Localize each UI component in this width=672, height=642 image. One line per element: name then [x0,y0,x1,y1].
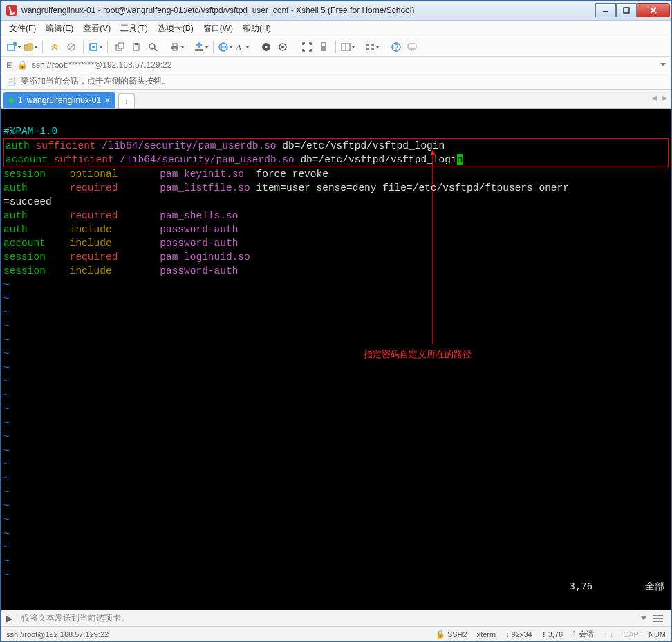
lock-small-icon: 🔒 [17,60,28,70]
menu-edit[interactable]: 编辑(E) [46,23,73,35]
svg-point-6 [92,46,95,48]
tile-icon[interactable] [364,39,380,55]
about-icon[interactable] [405,39,420,55]
fullscreen-icon[interactable] [299,39,315,55]
status-bar: ssh://root@192.168.57.129:22 🔒 SSH2 xter… [1,626,671,641]
paste-icon[interactable] [129,39,144,55]
window-controls [595,3,670,17]
status-term: xterm [477,630,496,639]
address-dropdown-icon[interactable] [660,63,666,66]
menu-view[interactable]: 查看(V) [83,23,111,35]
svg-rect-8 [118,43,124,48]
highlighted-block: auth sufficient /lib64/security/pam_user… [3,138,669,167]
svg-rect-27 [371,44,374,46]
svg-line-4 [68,44,74,50]
layout-icon[interactable] [340,39,355,55]
globe-icon[interactable] [218,39,233,55]
tab-label: wangruifenglinux-01 [27,95,101,105]
script-icon[interactable] [259,39,274,55]
bookmark-icon[interactable]: 📑 [6,77,17,86]
app-window: wangruifenglinux-01 - root@wangruifeng-0… [0,0,672,642]
status-num: NUM [648,630,666,639]
transfer-icon[interactable] [194,39,209,55]
disconnect-icon[interactable] [64,39,79,55]
titlebar[interactable]: wangruifenglinux-01 - root@wangruifeng-0… [1,1,671,21]
status-sessions: 1 会话 [572,629,594,639]
menu-options[interactable]: 选项卡(B) [158,23,194,35]
tab-next-icon[interactable]: ▶ [662,94,667,102]
properties-icon[interactable] [88,39,103,55]
svg-rect-26 [366,44,369,46]
separator [335,41,336,53]
font-icon[interactable]: A [234,39,250,55]
terminal-lines: session optional pam_keyinit.so force re… [3,167,669,278]
svg-rect-1 [624,8,629,13]
address-text[interactable]: ssh://root:********@192.168.57.129:22 [32,60,656,70]
separator [83,41,84,53]
expand-icon[interactable]: ⊞ [6,60,13,70]
cursor: n [457,154,463,165]
new-tab-button[interactable]: + [118,93,135,108]
lock-icon[interactable] [316,39,331,55]
status-dot-icon [9,98,14,103]
svg-rect-15 [173,48,177,50]
tab-close-icon[interactable]: × [105,95,110,105]
toolbar: A ? [1,37,671,57]
open-icon[interactable] [23,39,38,55]
separator [384,41,384,53]
reconnect-icon[interactable] [47,39,62,55]
separator [42,41,43,53]
status-ssh: 🔒 SSH2 [436,630,467,639]
app-icon [6,5,17,16]
terminal-tildes: ~ ~ ~ ~ ~ ~ ~ ~ ~ ~ ~ ~ ~ ~ ~ ~ ~ ~ ~ ~ … [3,278,669,582]
separator [189,41,189,53]
status-connection: ssh://root@192.168.57.129:22 [6,630,109,639]
status-size: ↕ 92x34 [505,630,532,639]
maximize-button[interactable] [616,3,637,17]
separator [295,41,295,53]
svg-rect-2 [8,44,15,50]
tab-prev-icon[interactable]: ◀ [652,94,657,102]
svg-text:A: A [235,42,241,52]
window-title: wangruifenglinux-01 - root@wangruifeng-0… [21,6,595,15]
separator [165,41,165,53]
terminal-status: 3,76 全部 [534,565,664,607]
minimize-button[interactable] [595,3,616,17]
svg-rect-29 [371,48,374,50]
svg-point-22 [281,46,284,48]
menu-help[interactable]: 帮助(H) [243,23,271,35]
status-updown-icon: ↑ ↓ [604,630,613,639]
find-icon[interactable] [145,39,160,55]
menubar: 文件(F) 编辑(E) 查看(V) 工具(T) 选项卡(B) 窗口(W) 帮助(… [1,21,671,37]
send-bar: ▶_ 仅将文本发送到当前选项卡。 [1,610,671,626]
hamburger-icon[interactable] [651,612,666,625]
info-bar: 📑 要添加当前会话，点击左侧的箭头按钮。 [1,73,671,90]
tab-nav: ◀ ▶ [652,94,667,102]
separator [107,41,108,53]
send-placeholder[interactable]: 仅将文本发送到当前选项卡。 [21,612,637,624]
menu-tools[interactable]: 工具(T) [120,23,147,35]
svg-rect-28 [366,48,369,50]
send-icon[interactable]: ▶_ [6,614,17,623]
session-tab[interactable]: 1 wangruifenglinux-01 × [3,92,115,108]
status-cap: CAP [623,630,639,639]
terminal[interactable]: #%PAM-1.0 auth sufficient /lib64/securit… [1,109,671,610]
menu-window[interactable]: 窗口(W) [203,23,233,35]
separator [213,41,214,53]
print-icon[interactable] [169,39,185,55]
menu-file[interactable]: 文件(F) [9,23,36,35]
send-dropdown-icon[interactable] [641,616,646,620]
close-button[interactable] [637,3,670,17]
separator [254,41,254,53]
svg-rect-14 [173,44,177,46]
status-pos: ⫶ 3,76 [542,630,563,639]
info-text: 要添加当前会话，点击左侧的箭头按钮。 [21,75,170,87]
svg-rect-10 [135,43,138,45]
svg-rect-32 [408,44,416,49]
svg-line-12 [154,48,157,51]
term-header: #%PAM-1.0 [3,126,57,137]
highlight-icon[interactable] [275,39,290,55]
copy-icon[interactable] [112,39,127,55]
new-session-icon[interactable] [6,39,21,55]
help-icon[interactable]: ? [389,39,404,55]
